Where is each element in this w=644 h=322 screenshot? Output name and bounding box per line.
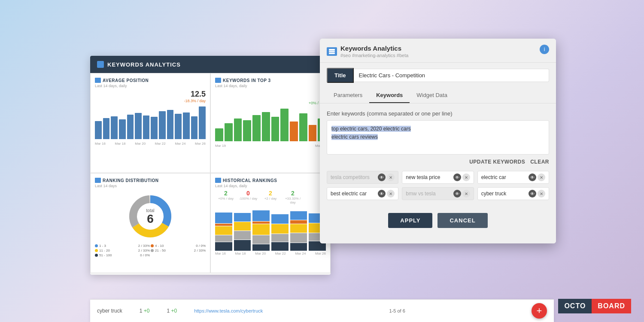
modal-tabs: Parameters Keywords Widget Data: [320, 88, 556, 103]
tag-eye-icon[interactable]: 👁: [453, 173, 461, 181]
tag-x-icon[interactable]: ✕: [538, 190, 545, 197]
title-label-button[interactable]: Title: [327, 68, 354, 83]
tag-eye-icon[interactable]: 👁: [529, 173, 536, 181]
logo-board: BOARD: [592, 299, 631, 313]
svg-rect-5: [329, 49, 335, 51]
logo-octo: OCTO: [558, 299, 592, 313]
keywords-analytics-modal: Keywords Analytics #seo #marketing-analy…: [320, 39, 556, 243]
svg-rect-6: [329, 51, 335, 52]
modal-subtitle: #seo #marketing-analytics #beta: [340, 53, 408, 58]
keyword-tag-tesla-competitors: tesla competitors 👁 ✕: [327, 171, 398, 184]
modal-title-row: Title: [320, 63, 556, 88]
table-pos2: 1 +0: [167, 308, 177, 314]
cancel-button[interactable]: CANCEL: [437, 213, 487, 228]
modal-body: Enter keywords (comma separated or one p…: [320, 103, 556, 243]
table-keyword: cyber truck: [97, 308, 122, 314]
widget-keywords-top3: KEYWORDS IN TOP 3 Last 14 days, daily 2 …: [210, 73, 331, 173]
keyword-tag-best-electric-car: best electric car 👁 ✕: [327, 187, 398, 200]
keywords-textarea[interactable]: top electric cars, 2020 electric carsele…: [327, 120, 549, 155]
widget-historical: HISTORICAL RANKINGS Last 14 days, daily …: [210, 173, 331, 273]
keyword-tags-grid: tesla competitors 👁 ✕ new tesla price 👁 …: [327, 171, 549, 200]
widget-icon-top3: [215, 78, 221, 83]
tag-x-icon[interactable]: ✕: [462, 173, 470, 181]
modal-widget-icon: [327, 47, 337, 56]
dashboard-panel: KEYWORDS ANALYTICS AVERAGE POSITION Last…: [90, 56, 331, 275]
tab-widget-data[interactable]: Widget Data: [410, 88, 454, 103]
modal-title: Keywords Analytics: [340, 45, 408, 52]
keyword-tag-new-tesla-price: new tesla price 👁 ✕: [402, 171, 474, 184]
svg-rect-7: [329, 53, 335, 54]
widget-icon-avg: [95, 78, 101, 83]
widget-avg-position: AVERAGE POSITION Last 14 days, daily 12.…: [90, 73, 210, 173]
keywords-actions: UPDATE KEYWORDS CLEAR: [327, 159, 549, 165]
table-pos1: 1 +0: [140, 308, 150, 314]
tab-parameters[interactable]: Parameters: [327, 88, 369, 103]
dashboard-title: KEYWORDS ANALYTICS: [107, 61, 181, 68]
modal-footer: APPLY CANCEL: [327, 207, 549, 237]
tab-keywords[interactable]: Keywords: [369, 88, 410, 103]
dashboard-icon: [97, 61, 104, 68]
keywords-label: Enter keywords (comma separated or one p…: [327, 110, 549, 117]
widget-icon-hist: [215, 178, 221, 183]
tag-eye-icon[interactable]: 👁: [378, 190, 386, 197]
top3-chart: [215, 109, 326, 143]
tag-x-icon[interactable]: ✕: [387, 190, 395, 197]
tag-eye-icon[interactable]: 👁: [453, 190, 461, 197]
dashboard-header: KEYWORDS ANALYTICS: [90, 56, 331, 73]
fab-add-button[interactable]: +: [532, 303, 547, 319]
update-keywords-button[interactable]: UPDATE KEYWORDS: [469, 159, 525, 165]
modal-title-area: Keywords Analytics #seo #marketing-analy…: [327, 45, 408, 58]
widget-ranking-dist: RANKING DISTRIBUTION Last 14 days total …: [90, 173, 210, 273]
avg-position-chart: [95, 106, 206, 141]
pagination: 1-5 of 6: [389, 308, 405, 313]
keyword-tag-electric-car: electric car 👁 ✕: [477, 171, 549, 184]
table-url[interactable]: https://www.tesla.com/cybertruck: [194, 308, 263, 313]
tag-eye-icon[interactable]: 👁: [378, 173, 386, 181]
logo-area: OCTO BOARD: [558, 299, 631, 313]
tag-eye-icon[interactable]: 👁: [529, 190, 536, 197]
donut-legend: 1 - 3 2 / 33% 4 - 10 0 / 0% 11 - 20 2 / …: [95, 244, 206, 257]
widget-icon-dist: [95, 178, 101, 183]
keyword-tag-bmw-vs-tesla: bmw vs tesla 👁 ✕: [402, 187, 474, 200]
clear-button[interactable]: CLEAR: [530, 159, 549, 165]
donut-chart: total 6: [95, 191, 206, 242]
tag-x-icon[interactable]: ✕: [387, 173, 395, 181]
bottom-table-row: cyber truck 1 +0 1 +0 https://www.tesla.…: [90, 299, 554, 322]
stacked-chart: [215, 208, 326, 251]
modal-info-button[interactable]: i: [540, 45, 549, 54]
modal-header: Keywords Analytics #seo #marketing-analy…: [320, 39, 556, 63]
tag-x-icon[interactable]: ✕: [538, 173, 545, 181]
keyword-tag-cyber-truck: cyber truck 👁 ✕: [477, 187, 549, 200]
highlighted-text: top electric cars, 2020 electric carsele…: [331, 126, 411, 140]
tag-x-icon[interactable]: ✕: [462, 190, 470, 197]
dashboard-grid: AVERAGE POSITION Last 14 days, daily 12.…: [90, 73, 331, 273]
title-input[interactable]: [354, 69, 550, 82]
apply-button[interactable]: APPLY: [388, 213, 432, 228]
